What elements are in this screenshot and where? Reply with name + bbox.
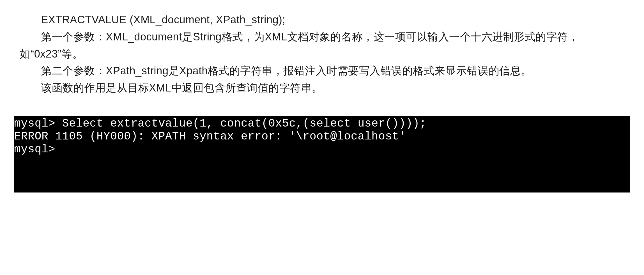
- description-text: EXTRACTVALUE (XML_document, XPath_string…: [20, 11, 627, 97]
- terminal-output: mysql> Select extractvalue(1, concat(0x5…: [14, 116, 630, 192]
- param1-description: 第一个参数：XML_document是String格式，为XML文档对象的名称，…: [20, 28, 627, 63]
- terminal-line-1: mysql> Select extractvalue(1, concat(0x5…: [14, 117, 630, 130]
- param2-description: 第二个参数：XPath_string是Xpath格式的字符串，报错注入时需要写入…: [20, 62, 627, 79]
- terminal-line-3: mysql>: [14, 143, 630, 156]
- function-purpose: 该函数的作用是从目标XML中返回包含所查询值的字符串。: [20, 79, 627, 97]
- terminal-line-2: ERROR 1105 (HY000): XPATH syntax error: …: [14, 130, 630, 143]
- syntax-line: EXTRACTVALUE (XML_document, XPath_string…: [20, 11, 627, 28]
